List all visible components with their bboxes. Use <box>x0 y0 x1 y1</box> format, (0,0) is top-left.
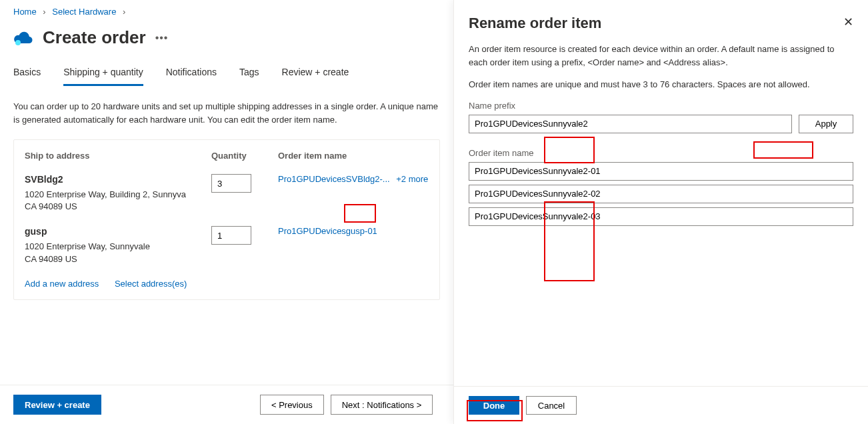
shipping-row: gusp 1020 Enterprise Way, Sunnyvale CA 9… <box>25 226 429 265</box>
address-line: 1020 Enterprise Way, Building 2, Sunnyva <box>25 189 198 201</box>
address-line: CA 94089 US <box>25 201 198 213</box>
address-name: gusp <box>25 226 211 237</box>
panel-title: Rename order item <box>469 15 601 32</box>
tab-basics[interactable]: Basics <box>13 64 41 86</box>
intro-text: You can order up to 20 hardware units an… <box>13 100 440 126</box>
close-icon[interactable]: ✕ <box>843 15 853 29</box>
breadcrumb-sep: › <box>123 7 125 17</box>
name-prefix-label: Name prefix <box>469 101 853 111</box>
shipping-section: Ship to address Quantity Order item name… <box>13 139 440 300</box>
breadcrumb: Home › Select Hardware › <box>13 7 440 17</box>
order-item-name-label: Order item name <box>469 148 853 158</box>
name-prefix-input[interactable] <box>469 115 792 133</box>
apply-button[interactable]: Apply <box>799 115 853 133</box>
next-button[interactable]: Next : Notifications > <box>331 395 433 415</box>
order-item-name-link[interactable]: Pro1GPUDevicesSVBldg2-... <box>278 174 390 184</box>
panel-description-1: An order item resource is created for ea… <box>469 43 853 69</box>
address-name: SVBldg2 <box>25 174 211 185</box>
rename-order-item-panel: Rename order item ✕ An order item resour… <box>453 0 868 424</box>
address-line: 1020 Enterprise Way, Sunnyvale <box>25 241 198 253</box>
breadcrumb-home[interactable]: Home <box>13 7 37 17</box>
done-button[interactable]: Done <box>469 396 519 415</box>
order-item-name-input[interactable] <box>469 207 853 226</box>
panel-description-2: Order item names are unique and must hav… <box>469 78 853 91</box>
cloud-icon <box>13 30 33 46</box>
tab-shipping-quantity[interactable]: Shipping + quantity <box>63 64 143 86</box>
review-create-button[interactable]: Review + create <box>13 395 101 415</box>
cancel-button[interactable]: Cancel <box>526 396 577 415</box>
quantity-input[interactable] <box>211 226 251 245</box>
col-header-quantity: Quantity <box>211 151 278 161</box>
breadcrumb-select-hardware[interactable]: Select Hardware <box>52 7 116 17</box>
page-title: Create order <box>43 27 146 48</box>
shipping-row: SVBldg2 1020 Enterprise Way, Building 2,… <box>25 174 429 213</box>
footer-bar: Review + create < Previous Next : Notifi… <box>0 385 453 424</box>
col-header-order-item-name: Order item name <box>278 151 429 161</box>
add-new-address-link[interactable]: Add a new address <box>25 279 99 289</box>
order-item-name-input[interactable] <box>469 185 853 203</box>
quantity-input[interactable] <box>211 174 251 193</box>
tab-review-create[interactable]: Review + create <box>282 64 349 86</box>
tab-tags[interactable]: Tags <box>239 64 259 86</box>
more-actions-icon[interactable]: ••• <box>155 32 169 44</box>
col-header-address: Ship to address <box>25 151 211 161</box>
address-line: CA 94089 US <box>25 253 198 265</box>
tabs: Basics Shipping + quantity Notifications… <box>13 64 440 87</box>
select-addresses-link[interactable]: Select address(es) <box>115 279 187 289</box>
order-item-name-link[interactable]: Pro1GPUDevicesgusp-01 <box>278 226 377 236</box>
breadcrumb-sep: › <box>43 7 45 17</box>
more-items-link[interactable]: +2 more <box>396 174 428 184</box>
previous-button[interactable]: < Previous <box>260 395 324 415</box>
tab-notifications[interactable]: Notifications <box>166 64 217 86</box>
order-item-name-input[interactable] <box>469 162 853 181</box>
svg-point-0 <box>15 40 21 45</box>
